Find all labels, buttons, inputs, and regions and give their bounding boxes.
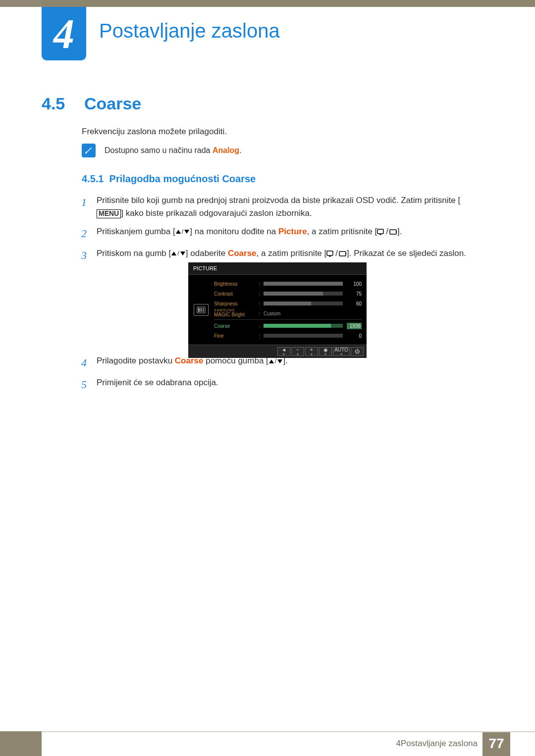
up-down-arrows-icon: /	[171, 249, 186, 258]
subsection-heading: 4.5.1 Prilagodba mogućnosti Coarse	[82, 173, 256, 185]
subsection-number: 4.5.1	[82, 173, 104, 184]
step-2-b: ] na monitoru dođite na	[190, 227, 278, 236]
osd-title: PICTURE	[188, 262, 367, 275]
osd-label-contrast: Contrast	[214, 291, 259, 297]
note-analog: Analog	[213, 146, 239, 154]
svg-marker-0	[176, 230, 181, 234]
top-bar-right	[42, 0, 535, 7]
osd-slider-sharpness	[264, 302, 343, 305]
footer-tail	[510, 731, 535, 756]
osd-label-sharpness: Sharpness	[214, 301, 259, 306]
step-2: 2 Pritiskanjem gumba [/] na monitoru dođ…	[77, 225, 476, 242]
step-3-b: ] odaberite	[186, 249, 228, 258]
top-bar	[0, 0, 535, 7]
svg-rect-14	[201, 308, 202, 312]
osd-slider-brightness	[264, 282, 343, 286]
osd-row-contrast: Contrast : 75	[214, 289, 362, 299]
osd-value-sharpness: 60	[347, 301, 362, 306]
top-bar-left	[0, 0, 42, 7]
step-2-d: ].	[397, 227, 402, 236]
osd-icon-column	[188, 275, 214, 345]
osd-value-coarse: 1936	[347, 323, 362, 329]
step-2-body: Pritiskanjem gumba [/] na monitoru dođit…	[97, 225, 476, 239]
note-icon	[82, 144, 96, 157]
osd-value-brightness: 100	[347, 281, 362, 287]
osd-menu: PICTURE Brightness : 100 Contrast : 75 S…	[188, 262, 367, 358]
step-4-b: pomoću gumba [	[203, 356, 268, 365]
svg-marker-7	[180, 252, 185, 255]
svg-marker-1	[184, 230, 189, 234]
menu-label-icon: MENU	[97, 209, 121, 218]
steps-lower: 4 Prilagodite postavku Coarse pomoću gum…	[77, 354, 476, 398]
note-pre: Dostupno samo u načinu rada	[105, 146, 213, 154]
svg-rect-8	[327, 251, 333, 255]
step-3-num: 3	[77, 247, 87, 264]
svg-marker-17	[277, 359, 282, 363]
osd-slider-fine	[264, 334, 343, 338]
step-5-body: Primijenit će se odabrana opcija.	[97, 376, 476, 389]
footer-divider	[42, 731, 535, 732]
section-number: 4.5	[42, 94, 65, 113]
step-2-a: Pritiskanjem gumba [	[97, 227, 175, 236]
step-2-picture: Picture	[278, 227, 307, 236]
chapter-badge: 4	[42, 7, 86, 60]
osd-row-coarse: Coarse : 1936	[214, 321, 362, 331]
footer: 4 Postavljanje zaslona 77	[0, 731, 535, 756]
step-4-coarse: Coarse	[175, 356, 204, 365]
svg-marker-6	[171, 252, 176, 255]
step-1-body: Pritisnite bilo koji gumb na prednjoj st…	[97, 194, 476, 220]
up-down-arrows-icon: /	[268, 356, 283, 366]
osd-value-magicbright: Custom	[264, 311, 347, 316]
svg-rect-4	[390, 230, 396, 234]
step-2-num: 2	[77, 225, 87, 242]
svg-rect-15	[203, 308, 204, 312]
svg-rect-5	[396, 231, 397, 233]
step-4-body: Prilagodite postavku Coarse pomoću gumba…	[97, 354, 476, 367]
osd-list: Brightness : 100 Contrast : 75 Sharpness…	[214, 275, 367, 345]
step-4: 4 Prilagodite postavku Coarse pomoću gum…	[77, 354, 476, 371]
note: Dostupno samo u načinu rada Analog.	[82, 144, 242, 157]
step-3-coarse: Coarse	[228, 249, 257, 258]
osd-row-sharpness: Sharpness : 60	[214, 299, 362, 308]
osd-slider-coarse	[264, 324, 343, 328]
step-3-c: , a zatim pritisnite [	[257, 249, 327, 258]
steps-upper: 1 Pritisnite bilo koji gumb na prednjoj …	[77, 194, 476, 269]
osd-divider	[214, 319, 362, 320]
footer-left-accent	[0, 731, 42, 756]
osd-value-fine: 0	[347, 333, 362, 339]
note-post: .	[239, 146, 241, 154]
picture-category-icon	[194, 304, 209, 316]
section-title: Coarse	[84, 94, 141, 113]
osd-row-brightness: Brightness : 100	[214, 279, 362, 289]
chapter-title: Postavljanje zaslona	[99, 20, 280, 42]
osd-slider-contrast	[264, 292, 343, 296]
step-4-c: ].	[283, 356, 287, 365]
step-5-num: 5	[77, 376, 87, 393]
step-1-a: Pritisnite bilo koji gumb na prednjoj st…	[97, 196, 460, 205]
step-2-c: , a zatim pritisnite [	[307, 227, 377, 236]
osd-label-brightness: Brightness	[214, 281, 259, 287]
svg-rect-2	[377, 229, 383, 234]
step-1: 1 Pritisnite bilo koji gumb na prednjoj …	[77, 194, 476, 220]
osd-label-fine: Fine	[214, 333, 259, 339]
osd-value-contrast: 75	[347, 291, 362, 297]
svg-rect-10	[339, 252, 346, 256]
svg-rect-9	[329, 256, 331, 257]
step-4-num: 4	[77, 354, 87, 371]
chapter-number: 4	[54, 10, 74, 58]
step-1-num: 1	[77, 194, 87, 211]
step-5: 5 Primijenit će se odabrana opcija.	[77, 376, 476, 393]
svg-rect-13	[198, 308, 200, 312]
source-icons-icon: /	[326, 247, 347, 260]
osd-label-magicbright: SAMSUNG MAGIC Bright	[214, 309, 259, 317]
footer-page-number: 77	[482, 731, 510, 756]
source-icons-icon: /	[377, 225, 397, 238]
step-3-d: ]. Prikazat će se sljedeći zaslon.	[347, 249, 466, 258]
intro-text: Frekvenciju zaslona možete prilagoditi.	[82, 127, 227, 137]
osd-label-coarse: Coarse	[214, 323, 259, 329]
footer-text: 4 Postavljanje zaslona	[42, 731, 482, 756]
step-4-a: Prilagodite postavku	[97, 356, 175, 365]
subsection-title: Prilagodba mogućnosti Coarse	[109, 173, 256, 184]
up-down-arrows-icon: /	[175, 227, 190, 237]
svg-rect-11	[345, 253, 346, 254]
